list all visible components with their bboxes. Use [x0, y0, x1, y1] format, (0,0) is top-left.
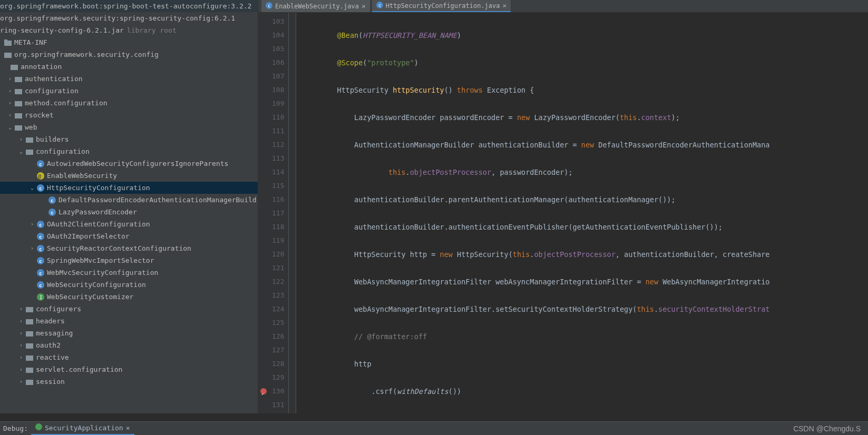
folder-rsocket[interactable]: › rsocket [0, 109, 258, 121]
folder-metainf[interactable]: META-INF [0, 36, 258, 48]
fold-column[interactable] [289, 13, 296, 413]
folder-icon [25, 379, 34, 385]
svg-point-46 [35, 423, 42, 430]
line-number: 123 [272, 289, 284, 302]
class-enablews[interactable]: @ EnableWebSecurity [0, 170, 258, 182]
folder-web-configuration[interactable]: ⌄ configuration [0, 145, 258, 157]
folder-web[interactable]: ⌄ web [0, 121, 258, 133]
class-webmvcc[interactable]: c WebMvcSecurityConfiguration [0, 266, 258, 279]
line-number: 114 [272, 165, 284, 179]
class-websecc[interactable]: c WebSecurityConfiguration [0, 279, 258, 291]
class-icon: c [36, 269, 45, 276]
class-reactor[interactable]: › c SecurityReactorContextConfiguration [0, 242, 258, 254]
line-number: 107 [272, 70, 284, 83]
line-number: 116 [272, 193, 284, 206]
debug-tab-securityapplication[interactable]: SecurityApplication × [31, 422, 134, 436]
close-icon[interactable]: × [126, 424, 130, 432]
svg-rect-8 [15, 125, 22, 131]
line-number: 127 [272, 343, 284, 357]
class-icon: c [47, 196, 57, 204]
close-icon[interactable]: × [362, 2, 366, 10]
interface-webcust[interactable]: I WebSecurityCustomizer [0, 291, 258, 303]
folder-reactive[interactable]: › reactive [0, 351, 258, 363]
chevron-right-icon: › [17, 367, 25, 372]
chevron-right-icon: › [6, 88, 14, 94]
folder-servlet-conf[interactable]: › servlet.configuration [0, 363, 258, 375]
class-oauth2c[interactable]: › c OAuth2ClientConfiguration [0, 218, 258, 230]
chevron-right-icon: › [17, 354, 25, 360]
debug-app-name: SecurityApplication [45, 424, 123, 432]
svg-text:c: c [39, 222, 42, 228]
line-number: 106 [272, 56, 284, 70]
tab-httpsecurityconfiguration[interactable]: c HttpSecurityConfiguration.java × [372, 0, 511, 12]
project-tree[interactable]: org.springframework.boot:spring-boot-tes… [0, 0, 258, 413]
folder-builders[interactable]: › builders [0, 133, 258, 145]
svg-rect-37 [26, 331, 33, 337]
line-number-gutter[interactable]: 103 104 105 106 107 108 109 110 111 112 … [258, 13, 289, 413]
svg-text:c: c [39, 234, 42, 240]
folder-messaging[interactable]: › messaging [0, 327, 258, 339]
line-number: 124 [272, 302, 284, 316]
class-lazype[interactable]: c LazyPasswordEncoder [0, 206, 258, 218]
folder-configurers[interactable]: › configurers [0, 303, 258, 315]
run-icon [35, 423, 42, 432]
svg-rect-1 [4, 39, 7, 41]
class-oauth2i[interactable]: c OAuth2ImportSelector [0, 230, 258, 242]
svg-text:c: c [51, 210, 53, 215]
class-httpsec[interactable]: ⌄ c HttpSecurityConfiguration [0, 182, 258, 194]
svg-rect-7 [15, 113, 22, 118]
class-defpw[interactable]: c DefaultPasswordEncoderAuthenticationMa… [0, 194, 258, 206]
chevron-down-icon: ⌄ [17, 149, 25, 154]
folder-pkg[interactable]: org.springframework.security.config [0, 48, 258, 61]
svg-text:c: c [378, 3, 381, 8]
class-springmvc[interactable]: c SpringWebMvcImportSelector [0, 254, 258, 266]
breakpoint-icon[interactable] [260, 388, 267, 394]
folder-configuration[interactable]: › configuration [0, 85, 258, 97]
chevron-right-icon: › [17, 342, 25, 348]
chevron-right-icon: › [28, 221, 36, 227]
folder-method-conf[interactable]: › method.configuration [0, 97, 258, 109]
folder-icon [9, 64, 19, 70]
class-icon: c [376, 2, 383, 10]
tab-label: HttpSecurityConfiguration.java [386, 2, 500, 9]
svg-text:c: c [39, 162, 42, 167]
package-icon [3, 52, 13, 58]
chevron-right-icon: › [6, 112, 14, 118]
folder-icon [14, 76, 23, 82]
line-number: 129 [272, 371, 284, 384]
line-number: 130 [272, 384, 284, 398]
svg-rect-10 [26, 150, 33, 155]
svg-rect-40 [26, 368, 33, 373]
class-icon: c [36, 245, 45, 252]
line-number: 111 [272, 124, 284, 138]
class-icon: c [36, 257, 45, 264]
folder-oauth2[interactable]: › oauth2 [0, 339, 258, 351]
code-editor[interactable]: @Bean(HTTPSECURITY_BEAN_NAME) @Scope("pr… [296, 13, 868, 413]
line-number: 115 [272, 179, 284, 193]
folder-icon [14, 124, 23, 131]
folder-authentication[interactable]: › authentication [0, 73, 258, 85]
folder-headers[interactable]: › headers [0, 315, 258, 327]
svg-rect-5 [15, 89, 22, 94]
debug-toolbar: Debug: SecurityApplication × [0, 421, 868, 435]
folder-icon [14, 100, 23, 106]
lib-root-1[interactable]: org.springframework.boot:spring-boot-tes… [0, 0, 258, 12]
svg-rect-3 [11, 65, 18, 70]
jar-root[interactable]: ring-security-config-6.2.1.jarlibrary ro… [0, 24, 258, 36]
class-autowired[interactable]: c AutowiredWebSecurityConfigurersIgnoreP… [0, 157, 258, 170]
editor-tabs: c EnableWebSecurity.java × c HttpSecurit… [258, 0, 868, 13]
chevron-right-icon: › [28, 245, 36, 251]
chevron-right-icon: › [6, 76, 14, 82]
folder-session[interactable]: › session [0, 375, 258, 388]
line-number: 120 [272, 248, 284, 261]
folder-icon [25, 136, 34, 143]
line-number: 125 [272, 316, 284, 330]
svg-rect-39 [26, 355, 33, 361]
chevron-right-icon: › [17, 306, 25, 312]
chevron-down-icon: ⌄ [6, 124, 14, 130]
tab-enablewebsecurity[interactable]: c EnableWebSecurity.java × [261, 0, 370, 12]
lib-root-2[interactable]: org.springframework.security:spring-secu… [0, 12, 258, 24]
chevron-down-icon: ⌄ [28, 185, 36, 191]
folder-annotation[interactable]: annotation [0, 61, 258, 73]
close-icon[interactable]: × [503, 2, 507, 9]
